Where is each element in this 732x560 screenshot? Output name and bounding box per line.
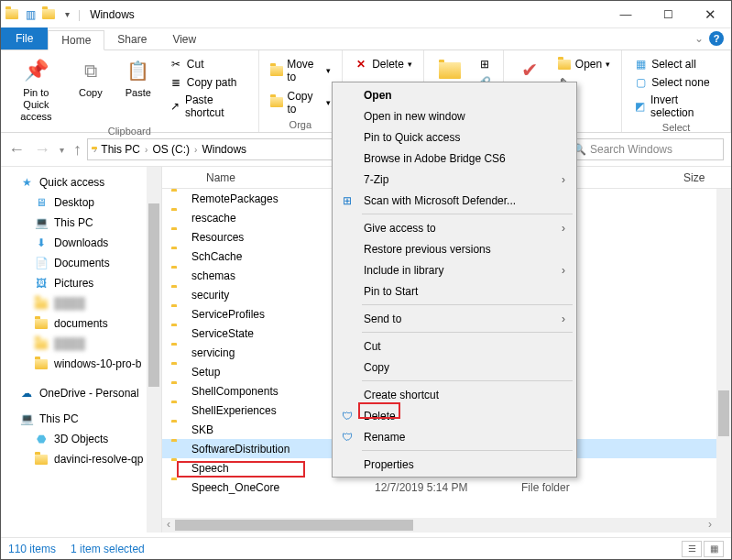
- search-input[interactable]: 🔍 Search Windows: [568, 138, 724, 160]
- nav-item[interactable]: documents: [1, 313, 161, 334]
- tab-home[interactable]: Home: [48, 30, 104, 50]
- file-type: File folder: [521, 481, 570, 494]
- separator: [362, 304, 573, 305]
- paste-shortcut-button[interactable]: ↗Paste shortcut: [167, 93, 249, 120]
- shield-icon: 🛡: [340, 430, 355, 445]
- horiz-scrollbar[interactable]: ‹ ›: [162, 518, 716, 533]
- pc-icon: 💻: [19, 412, 34, 426]
- picture-icon: 🖼: [34, 276, 49, 291]
- invert-selection-button[interactable]: ◩Invert selection: [631, 93, 721, 120]
- back-button[interactable]: ←: [8, 140, 25, 159]
- forward-button[interactable]: →: [34, 140, 50, 159]
- folder-icon: [171, 211, 186, 225]
- folder-icon: [171, 249, 186, 264]
- folder-icon: [171, 326, 186, 341]
- maximize-button[interactable]: ☐: [647, 1, 689, 28]
- delete-button[interactable]: ✕Delete ▾: [352, 56, 414, 72]
- folder-icon: [171, 307, 186, 322]
- large-icons-view-button[interactable]: ▦: [704, 541, 724, 557]
- nav-item[interactable]: ████: [1, 293, 161, 313]
- close-button[interactable]: ✕: [689, 1, 731, 28]
- collapse-ribbon-icon[interactable]: ⌄: [694, 32, 704, 45]
- document-icon: 📄: [34, 256, 49, 270]
- move-to-button[interactable]: Move to ▾: [268, 57, 333, 84]
- paste-button[interactable]: 📋 Paste: [115, 52, 161, 124]
- nav-item[interactable]: ████: [1, 334, 161, 354]
- recent-dropdown[interactable]: ▾: [60, 145, 64, 155]
- select-none-button[interactable]: ▢Select none: [631, 74, 721, 91]
- nav-item[interactable]: davinci-resolve-qp: [1, 449, 161, 469]
- ctx-cut[interactable]: Cut: [334, 335, 574, 357]
- folder-icon: [270, 95, 284, 110]
- path-icon: ≣: [169, 75, 183, 90]
- folder-icon: [34, 296, 49, 311]
- new-item-button[interactable]: ⊞: [475, 56, 494, 72]
- pin-icon: 📌: [21, 56, 50, 85]
- ctx-pin-quick-access[interactable]: Pin to Quick access: [334, 126, 574, 148]
- ctx-rename[interactable]: 🛡Rename: [334, 426, 574, 447]
- separator: [362, 332, 573, 333]
- open-button[interactable]: Open ▾: [555, 56, 612, 72]
- pc-icon: 💻: [34, 215, 49, 230]
- ctx-7zip[interactable]: 7-Zip›: [334, 169, 574, 190]
- cut-button[interactable]: ✂Cut: [167, 56, 249, 72]
- breadcrumb[interactable]: OS (C:): [149, 143, 192, 156]
- ctx-bridge[interactable]: Browse in Adobe Bridge CS6: [334, 148, 574, 169]
- dropdown-icon[interactable]: ▾: [60, 7, 74, 22]
- ctx-pin-start[interactable]: Pin to Start: [334, 280, 574, 302]
- folder-icon: [34, 336, 49, 351]
- breadcrumb[interactable]: This PC: [98, 143, 143, 156]
- folder-icon: [171, 288, 186, 302]
- ctx-restore-versions[interactable]: Restore previous versions: [334, 238, 574, 259]
- shield-icon: ⊞: [340, 193, 355, 208]
- ctx-open-new-window[interactable]: Open in new window: [334, 105, 574, 126]
- ctx-include-library[interactable]: Include in library›: [334, 259, 574, 280]
- nav-quick-access[interactable]: ★Quick access: [1, 172, 161, 192]
- ctx-send-to[interactable]: Send to›: [334, 308, 574, 329]
- nav-onedrive[interactable]: ☁OneDrive - Personal: [1, 383, 161, 403]
- tab-file[interactable]: File: [1, 27, 48, 49]
- nav-item[interactable]: 🖥Desktop: [1, 192, 161, 213]
- pin-quick-access-button[interactable]: 📌 Pin to Quick access: [6, 52, 66, 124]
- folder-icon: [171, 269, 186, 283]
- file-name: Speech_OneCore: [191, 481, 375, 494]
- breadcrumb[interactable]: Windows: [199, 143, 249, 156]
- ctx-give-access[interactable]: Give access to›: [334, 217, 574, 238]
- ctx-properties[interactable]: Properties: [334, 454, 574, 475]
- chevron-right-icon: ›: [562, 222, 565, 235]
- details-view-button[interactable]: ☰: [682, 541, 702, 557]
- props-icon[interactable]: ▥: [23, 7, 38, 22]
- tab-share[interactable]: Share: [104, 29, 159, 49]
- folder-icon: [171, 403, 186, 418]
- folder-icon: [171, 230, 186, 245]
- nav-item[interactable]: windows-10-pro-b: [1, 354, 161, 374]
- nav-item[interactable]: 🖼Pictures: [1, 273, 161, 293]
- tab-view[interactable]: View: [159, 29, 209, 49]
- help-icon[interactable]: ?: [709, 31, 724, 46]
- nav-item[interactable]: ⬣3D Objects: [1, 429, 161, 449]
- ctx-defender[interactable]: ⊞Scan with Microsoft Defender...: [334, 190, 574, 211]
- nav-item[interactable]: ⬇Downloads: [1, 233, 161, 253]
- nav-scrollbar[interactable]: [147, 167, 161, 533]
- ctx-open[interactable]: Open: [334, 84, 574, 105]
- copy-to-button[interactable]: Copy to ▾: [268, 89, 333, 116]
- copy-path-button[interactable]: ≣Copy path: [167, 74, 249, 91]
- up-button[interactable]: ↑: [73, 140, 82, 159]
- ctx-delete[interactable]: 🛡Delete: [334, 405, 574, 426]
- chevron-down-icon: ▾: [326, 66, 331, 75]
- ctx-create-shortcut[interactable]: Create shortcut: [334, 384, 574, 405]
- nav-this-pc[interactable]: 💻This PC: [1, 409, 161, 429]
- ctx-copy[interactable]: Copy: [334, 357, 574, 378]
- select-all-button[interactable]: ▦Select all: [631, 56, 721, 72]
- col-size[interactable]: Size: [676, 171, 731, 184]
- list-scrollbar[interactable]: [716, 189, 731, 533]
- nav-item[interactable]: 📄Documents: [1, 253, 161, 273]
- table-row[interactable]: Speech_OneCore12/7/2019 5:14 PMFile fold…: [162, 478, 731, 497]
- minimize-button[interactable]: —: [605, 1, 647, 28]
- ribbon-tabs: File Home Share View ⌄ ?: [1, 28, 731, 50]
- copy-button[interactable]: ⧉ Copy: [68, 52, 114, 124]
- separator: [362, 380, 573, 381]
- nav-item[interactable]: 💻This PC: [1, 213, 161, 233]
- folder-icon: [34, 357, 49, 371]
- select-all-icon: ▦: [633, 57, 648, 71]
